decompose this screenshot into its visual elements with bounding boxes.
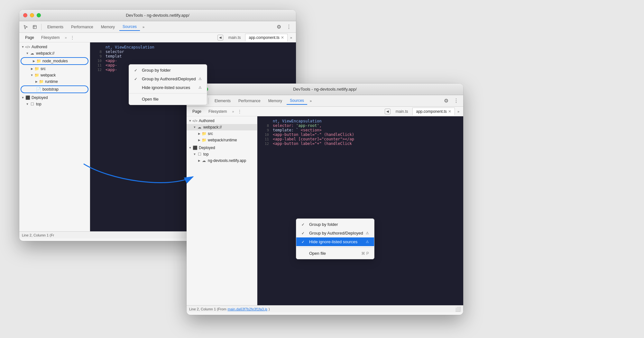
tab-performance-2[interactable]: Performance (235, 97, 264, 104)
filesystem-tab-1[interactable]: Filesystem (38, 34, 63, 41)
tree-authored-2[interactable]: ▼ </> Authored (187, 118, 257, 124)
check-icon-5: ✓ (301, 222, 307, 227)
label-src-2: src (208, 131, 213, 136)
editor-tab-close-1[interactable]: ✕ (281, 35, 284, 40)
tab-performance-1[interactable]: Performance (68, 23, 97, 31)
menu-label-open-file-2: Open file (309, 251, 359, 256)
tree-node-modules-1[interactable]: ▶ 📁 node_modules (21, 57, 88, 65)
tab-sources-1[interactable]: Sources (119, 23, 140, 31)
tab-memory-1[interactable]: Memory (98, 23, 118, 31)
editor-tab-maints-2[interactable]: main.ts (392, 108, 411, 115)
minimize-button-1[interactable] (30, 13, 34, 17)
status-text-1: Line 2, Column 1 (Fr (22, 233, 54, 237)
tab-elements-2[interactable]: Elements (211, 97, 234, 104)
menu-group-by-authored-2[interactable]: ✓ Group by Authored/Deployed ⚠ (296, 229, 374, 237)
menu-group-by-folder-1[interactable]: ✓ Group by folder (129, 66, 207, 75)
editor-tab-appcomponent-1[interactable]: app.component.ts ✕ (245, 34, 287, 41)
toggle-ngdevtools-2: ▶ (197, 158, 201, 163)
close-button-1[interactable] (23, 13, 27, 17)
editor-tab-chevron-2[interactable]: » (456, 108, 461, 115)
code-line-8-1: 8 selector (90, 49, 296, 54)
code-line-10-1: 10 <app- (90, 58, 296, 63)
page-tab-1[interactable]: Page (22, 34, 37, 41)
editor-back-btn-2[interactable]: ◀ (385, 109, 391, 114)
menu-label-open-file-1: Open file (142, 97, 202, 102)
more-options-icon-1[interactable]: ⋮ (284, 22, 293, 31)
tab-sources-2[interactable]: Sources (287, 97, 307, 105)
toolbar-divider-2 (208, 98, 209, 104)
toolbar-more-tabs-2[interactable]: » (308, 98, 313, 104)
settings-icon-1[interactable]: ⚙ (275, 22, 283, 31)
label-deployed-2: Deployed (199, 146, 215, 150)
label-webpack-2: webpack:// (203, 125, 222, 129)
menu-hide-ignore-2[interactable]: ✓ Hide ignore-listed sources ⚠ (296, 237, 374, 246)
tree-src-1[interactable]: ▶ 📁 src (19, 66, 90, 72)
editor-tab-close-2[interactable]: ✕ (448, 109, 451, 114)
menu-hide-ignore-1[interactable]: Hide ignore-listed sources ⚠ (129, 83, 207, 92)
menu-label-group-folder-1: Group by folder (142, 68, 202, 73)
menu-label-group-authored-1: Group by Authored/Deployed (142, 76, 196, 81)
menu-label-hide-ignore-1: Hide ignore-listed sources (142, 85, 196, 90)
tab-elements-1[interactable]: Elements (44, 23, 67, 31)
cloud-icon-ngdevtools-2: ☁ (201, 158, 207, 163)
toggle-authored-2: ▼ (188, 119, 192, 123)
editor-tab-appcomponent-label-1: app.component.ts (249, 35, 279, 40)
status-link-2[interactable]: main.da63f7b2fe3f1fa3.js (228, 307, 268, 311)
status-expand-icon-2[interactable]: ⬜ (455, 307, 461, 312)
menu-group-by-authored-1[interactable]: ✓ Group by Authored/Deployed ⚠ (129, 75, 207, 83)
toggle-webpack-runtime-2: ▶ (197, 138, 201, 142)
tree-runtime-1[interactable]: ▶ 📁 runtime (19, 78, 90, 85)
code-line-9-1: 9 templat (90, 54, 296, 58)
sub-tab-chevron-2[interactable]: » (231, 109, 235, 114)
tree-bootstrap-1[interactable]: 📄 bootstrap (21, 85, 88, 93)
editor-tab-chevron-1[interactable]: » (289, 34, 293, 41)
cube-icon-deployed-1: ⬛ (25, 95, 30, 100)
more-options-icon-2[interactable]: ⋮ (452, 96, 461, 105)
code-line-header-1: nt, ViewEncapsulation (90, 45, 296, 49)
code-line-8-2: 8 selector: 'app-root', (257, 123, 463, 128)
menu-open-file-1[interactable]: Open file (129, 95, 207, 103)
editor-back-btn-1[interactable]: ◀ (217, 35, 223, 40)
cursor-icon[interactable] (22, 23, 30, 31)
tree-webpack-runtime-2[interactable]: ▶ 📁 webpack/runtime (187, 137, 257, 143)
tree-deployed-2[interactable]: ▼ ⬛ Deployed (187, 145, 257, 151)
editor-tab-appcomponent-2[interactable]: app.component.ts ✕ (412, 108, 455, 115)
label-deployed-1: Deployed (32, 95, 48, 100)
toggle-webpack-folder-1: ▼ (30, 73, 34, 77)
folder-icon-webpack-1: 📁 (34, 73, 39, 78)
tree-authored-1[interactable]: ▼ </> Authored (19, 44, 90, 50)
tab-memory-2[interactable]: Memory (265, 97, 285, 104)
cloud-icon-webpack-1: ☁ (30, 51, 35, 56)
code-icon-authored-2: </> (192, 118, 198, 123)
tree-webpack-2[interactable]: ▼ ☁ webpack:// (187, 124, 257, 130)
inspect-icon[interactable] (31, 23, 39, 31)
label-webpack-runtime-2: webpack/runtime (208, 138, 237, 142)
maximize-button-1[interactable] (37, 13, 41, 17)
tree-src-2[interactable]: ▶ 📁 src (187, 130, 257, 137)
tree-webpack-folder-1[interactable]: ▼ 📁 webpack (19, 72, 90, 78)
check-icon-6: ✓ (301, 231, 307, 236)
tree-webpack-1[interactable]: ▼ ☁ webpack:// (19, 50, 90, 57)
panel-more-btn-1[interactable]: ⋮ (69, 34, 76, 41)
tree-top-1[interactable]: ▼ ☐ top (19, 101, 90, 107)
settings-icon-2[interactable]: ⚙ (442, 96, 450, 105)
menu-open-file-2[interactable]: Open file ⌘ P (296, 249, 374, 258)
toggle-node-modules-1: ▶ (32, 59, 36, 63)
menu-group-by-folder-2[interactable]: ✓ Group by folder (296, 220, 374, 229)
toggle-authored-1: ▼ (21, 45, 25, 49)
menu-label-group-authored-2: Group by Authored/Deployed (309, 231, 363, 236)
tree-ngdevtools-2[interactable]: ▶ ☁ ng-devtools.netlify.app (187, 157, 257, 164)
sub-tab-chevron-1[interactable]: » (63, 35, 68, 40)
warn-icon-4: ⚠ (366, 240, 369, 244)
square-icon-top-1: ☐ (30, 102, 35, 107)
warn-icon-2: ⚠ (198, 85, 202, 90)
editor-tab-maints-label-2: main.ts (396, 109, 408, 114)
tree-deployed-1[interactable]: ▼ ⬛ Deployed (19, 94, 90, 101)
panel-more-btn-2[interactable]: ⋮ (236, 108, 243, 115)
page-tab-2[interactable]: Page (189, 108, 205, 115)
editor-tab-maints-1[interactable]: main.ts (225, 34, 244, 41)
filesystem-tab-2[interactable]: Filesystem (205, 108, 230, 115)
toolbar-more-tabs-1[interactable]: » (141, 24, 146, 30)
devtools-window-2: DevTools - ng-devtools.netlify.app/ Elem… (187, 84, 463, 315)
tree-top-2[interactable]: ▼ ☐ top (187, 151, 257, 157)
